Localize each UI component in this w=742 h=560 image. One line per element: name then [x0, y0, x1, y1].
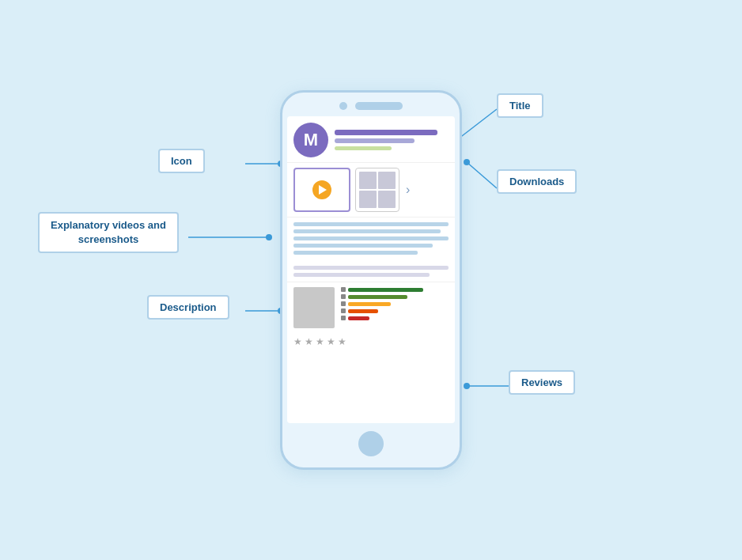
review-dot-5 [341, 316, 346, 320]
chevron-right-icon: › [406, 183, 410, 197]
stars-row: ★ ★ ★ ★ ★ [287, 336, 455, 347]
review-bar-1 [348, 288, 423, 292]
screenshot-cell-3 [359, 191, 377, 208]
downloads-label-text: Downloads [509, 176, 564, 187]
svg-point-7 [266, 234, 272, 240]
description-label: Description [147, 295, 229, 320]
screenshot-thumbnail [355, 168, 399, 212]
desc-line-4 [293, 244, 433, 248]
phone-top-bar [282, 93, 460, 116]
description-section [287, 218, 455, 282]
review-bar-row-5 [341, 316, 449, 320]
play-triangle-icon [319, 185, 327, 195]
reviews-label: Reviews [509, 370, 575, 395]
svg-point-11 [464, 383, 470, 389]
star-5: ★ [338, 336, 346, 347]
icon-label: Icon [158, 149, 205, 173]
review-bar-4 [348, 309, 378, 313]
reviews-section [287, 282, 455, 333]
video-thumbnail [293, 168, 350, 212]
app-icon: M [293, 123, 328, 157]
review-dot-1 [341, 287, 346, 292]
phone-home-button [358, 431, 384, 456]
review-bar-row-3 [341, 301, 449, 306]
app-downloads-bar [335, 146, 392, 150]
app-icon-letter: M [304, 130, 318, 150]
star-1: ★ [293, 336, 302, 347]
desc-line-3 [293, 236, 449, 240]
svg-point-3 [464, 159, 470, 165]
app-header: M [287, 116, 455, 163]
downloads-label: Downloads [497, 169, 577, 194]
desc-line-2 [293, 229, 441, 233]
review-bar-row-2 [341, 294, 449, 299]
desc-line-1 [293, 222, 449, 226]
star-2: ★ [305, 336, 313, 347]
review-bar-2 [348, 295, 407, 299]
icon-label-text: Icon [171, 155, 192, 167]
desc-line-5 [293, 251, 418, 255]
app-title-bar [335, 130, 437, 135]
phone-bottom [282, 423, 460, 467]
explanatory-label-text: Explanatory videos andscreenshots [51, 219, 166, 245]
star-4: ★ [327, 336, 335, 347]
desc-line-6 [293, 266, 449, 270]
review-dot-2 [341, 294, 346, 299]
app-info [335, 130, 449, 150]
review-bars [341, 287, 449, 328]
desc-line-7 [293, 273, 430, 277]
review-bar-3 [348, 302, 391, 306]
title-label-text: Title [509, 100, 531, 112]
screenshots-section: › [287, 163, 455, 218]
play-button [312, 180, 331, 199]
svg-line-2 [467, 162, 497, 188]
app-subtitle-bar [335, 138, 415, 143]
phone-screen: M › [287, 116, 455, 423]
review-bar-row-1 [341, 287, 449, 292]
phone-speaker [355, 102, 403, 110]
screenshot-cell-4 [378, 191, 396, 208]
review-dot-3 [341, 301, 346, 306]
screenshot-cell-2 [378, 172, 396, 189]
phone-mockup: M › [280, 90, 462, 470]
star-3: ★ [316, 336, 324, 347]
explanatory-label: Explanatory videos andscreenshots [38, 212, 179, 253]
phone-dot [339, 102, 347, 110]
title-label: Title [497, 93, 543, 118]
review-bar-5 [348, 316, 369, 320]
description-label-text: Description [160, 301, 217, 313]
screenshot-cell-1 [359, 172, 377, 189]
review-dot-4 [341, 308, 346, 313]
review-bar-row-4 [341, 308, 449, 313]
reviews-label-text: Reviews [521, 376, 562, 388]
review-image [293, 287, 335, 328]
svg-line-0 [459, 109, 497, 138]
